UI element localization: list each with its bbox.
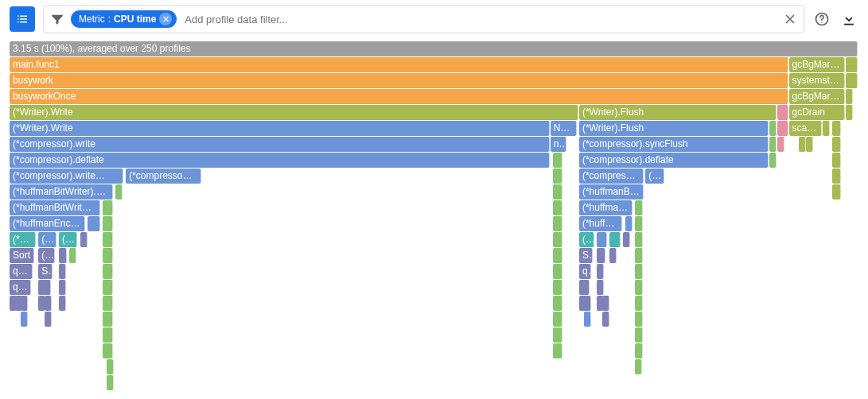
flame-frame[interactable]: (*… bbox=[38, 248, 54, 263]
flame-frame[interactable] bbox=[103, 232, 113, 247]
flame-frame[interactable] bbox=[597, 280, 604, 295]
flame-frame[interactable]: (*compresso… bbox=[126, 169, 201, 184]
flame-frame[interactable] bbox=[59, 296, 66, 311]
flame-frame[interactable] bbox=[553, 232, 562, 247]
flame-frame[interactable] bbox=[635, 200, 643, 215]
flame-frame[interactable]: 3.15 s (100%), averaged over 250 profile… bbox=[10, 41, 858, 56]
flame-frame[interactable]: (*compressor).write bbox=[10, 137, 550, 152]
flame-frame[interactable] bbox=[553, 184, 562, 200]
flame-frame[interactable]: (*… bbox=[59, 232, 78, 247]
flame-frame[interactable] bbox=[579, 280, 590, 295]
flame-frame[interactable] bbox=[107, 375, 114, 390]
flame-frame[interactable] bbox=[832, 169, 841, 184]
flame-frame[interactable]: (*by… bbox=[10, 232, 36, 247]
filter-chip-metric[interactable]: Metric : CPU time ✕ bbox=[71, 10, 177, 28]
flame-frame[interactable]: busywork bbox=[10, 73, 788, 88]
clear-filter-button[interactable] bbox=[783, 12, 797, 26]
flame-frame[interactable] bbox=[769, 137, 777, 152]
flame-frame[interactable]: (*huffma… bbox=[579, 200, 633, 215]
flame-frame[interactable] bbox=[635, 232, 643, 247]
flame-frame[interactable]: (*huffmanBi… bbox=[579, 184, 644, 200]
flame-frame[interactable]: main.func1 bbox=[10, 57, 788, 72]
flame-frame[interactable] bbox=[597, 264, 604, 279]
flame-frame[interactable] bbox=[635, 280, 643, 295]
flame-frame[interactable] bbox=[553, 312, 562, 327]
flame-frame[interactable]: (*Writer).Flush bbox=[579, 121, 769, 136]
flame-frame[interactable] bbox=[88, 216, 100, 231]
flame-frame[interactable] bbox=[103, 200, 113, 215]
flame-frame[interactable] bbox=[635, 359, 642, 374]
flame-frame[interactable] bbox=[777, 121, 788, 136]
filter-bar[interactable]: Metric : CPU time ✕ bbox=[43, 5, 804, 33]
flame-frame[interactable] bbox=[635, 296, 643, 311]
flame-frame[interactable]: gcBgMark… bbox=[789, 57, 845, 72]
flame-frame[interactable]: (… bbox=[579, 232, 594, 247]
flame-frame[interactable] bbox=[103, 296, 113, 311]
flame-frame[interactable] bbox=[602, 296, 609, 311]
flame-frame[interactable] bbox=[635, 264, 643, 279]
flame-frame[interactable] bbox=[553, 216, 562, 231]
flame-frame[interactable]: (*huffmanEnc… bbox=[10, 216, 85, 231]
flame-frame[interactable]: S… bbox=[579, 248, 593, 263]
flame-frame[interactable] bbox=[846, 105, 853, 120]
flame-frame[interactable] bbox=[553, 327, 562, 343]
flame-frame[interactable]: n… bbox=[551, 137, 566, 152]
help-button[interactable] bbox=[812, 10, 831, 29]
flame-frame[interactable] bbox=[45, 312, 52, 327]
flame-frame[interactable]: gcDrain bbox=[789, 105, 845, 120]
flame-frame[interactable] bbox=[777, 137, 784, 152]
flame-frame[interactable] bbox=[635, 312, 643, 327]
download-button[interactable] bbox=[839, 10, 858, 29]
flame-frame[interactable] bbox=[769, 121, 777, 136]
flame-frame[interactable]: (*compress… bbox=[579, 169, 644, 184]
flame-frame[interactable] bbox=[832, 153, 841, 168]
flame-frame[interactable]: (*huff… bbox=[579, 216, 622, 231]
flame-frame[interactable] bbox=[553, 296, 562, 311]
flame-frame[interactable]: (*Writer).Flush bbox=[579, 105, 777, 120]
flame-frame[interactable] bbox=[59, 264, 66, 279]
flame-frame[interactable] bbox=[80, 232, 88, 247]
flame-frame[interactable] bbox=[103, 264, 113, 279]
flame-frame[interactable]: q… bbox=[10, 280, 31, 295]
flame-frame[interactable] bbox=[625, 216, 633, 231]
flame-frame[interactable]: Ne… bbox=[551, 121, 577, 136]
flame-frame[interactable] bbox=[832, 137, 841, 152]
flame-frame[interactable] bbox=[832, 121, 841, 136]
flame-frame[interactable] bbox=[602, 312, 609, 327]
flame-frame[interactable]: (*huffmanBitWrite… bbox=[10, 200, 100, 215]
flame-graph[interactable]: 3.15 s (100%), averaged over 250 profile… bbox=[10, 41, 858, 399]
flame-frame[interactable] bbox=[623, 232, 630, 247]
flame-frame[interactable] bbox=[799, 137, 806, 152]
flame-frame[interactable] bbox=[597, 232, 607, 247]
flame-frame[interactable]: systemst… bbox=[789, 73, 845, 88]
flame-frame[interactable] bbox=[553, 200, 562, 215]
flame-frame[interactable] bbox=[832, 184, 841, 200]
flame-frame[interactable] bbox=[103, 280, 113, 295]
flame-frame[interactable] bbox=[846, 57, 858, 72]
flame-frame[interactable] bbox=[609, 232, 621, 247]
flame-frame[interactable] bbox=[103, 216, 113, 231]
flame-frame[interactable]: qui… bbox=[10, 264, 33, 279]
flame-frame[interactable] bbox=[553, 343, 562, 358]
flame-frame[interactable]: (*compressor).deflate bbox=[10, 153, 550, 168]
flame-frame[interactable] bbox=[635, 248, 643, 263]
flame-frame[interactable] bbox=[553, 153, 562, 168]
filter-input[interactable] bbox=[183, 13, 777, 26]
flame-frame[interactable] bbox=[107, 359, 114, 374]
flame-frame[interactable]: (*… bbox=[38, 232, 56, 247]
flame-frame[interactable] bbox=[21, 296, 28, 311]
flame-frame[interactable] bbox=[59, 248, 67, 263]
flame-frame[interactable] bbox=[584, 312, 591, 327]
flame-frame[interactable]: q… bbox=[579, 264, 591, 279]
flame-frame[interactable] bbox=[769, 153, 777, 168]
flame-frame[interactable] bbox=[635, 216, 643, 231]
flame-frame[interactable] bbox=[823, 121, 830, 136]
flame-frame[interactable] bbox=[103, 327, 113, 343]
flame-frame[interactable] bbox=[38, 280, 51, 295]
flame-frame[interactable]: (*compressor).write… bbox=[10, 169, 123, 184]
flame-frame[interactable] bbox=[846, 73, 858, 88]
flame-frame[interactable] bbox=[21, 312, 28, 327]
flame-frame[interactable] bbox=[103, 248, 113, 263]
flame-frame[interactable] bbox=[553, 169, 562, 184]
flame-frame[interactable] bbox=[609, 248, 617, 263]
